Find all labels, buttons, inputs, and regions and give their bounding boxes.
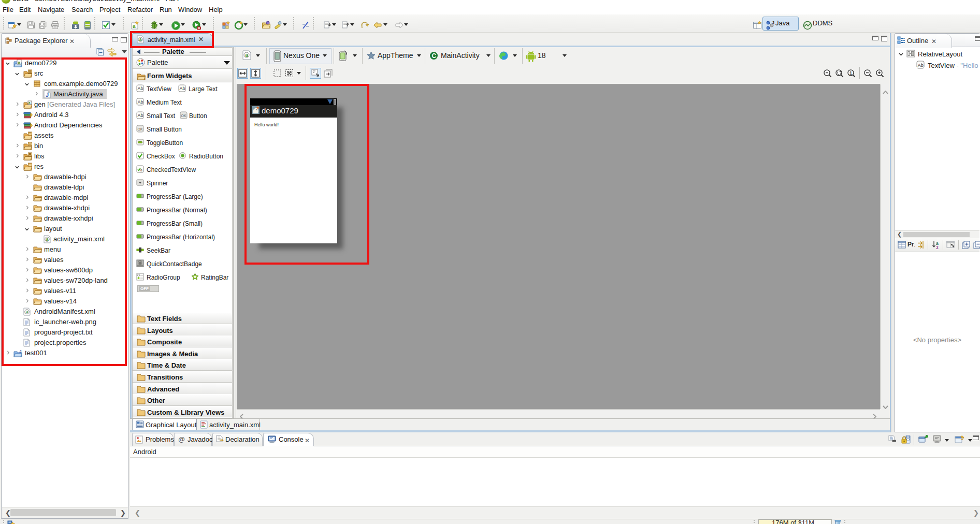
svg-text:Ab: Ab bbox=[180, 86, 185, 91]
svg-text:a: a bbox=[140, 168, 142, 172]
svg-text:z: z bbox=[936, 245, 939, 250]
svg-text:Ab: Ab bbox=[138, 113, 143, 118]
svg-text:a: a bbox=[246, 52, 249, 58]
svg-text:J: J bbox=[772, 21, 774, 25]
svg-text:a: a bbox=[133, 23, 136, 29]
svg-text:Ab: Ab bbox=[138, 99, 143, 105]
svg-text:1: 1 bbox=[849, 70, 852, 76]
svg-text:Ab: Ab bbox=[918, 63, 924, 68]
svg-text:OK: OK bbox=[138, 127, 143, 131]
svg-text:C: C bbox=[432, 52, 437, 60]
svg-text:Ab: Ab bbox=[138, 86, 143, 91]
svg-text:OK: OK bbox=[181, 114, 186, 118]
